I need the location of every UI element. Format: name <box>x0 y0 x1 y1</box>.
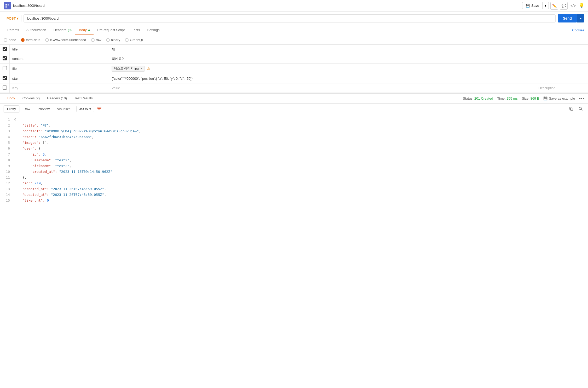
raw-label: raw <box>96 38 101 42</box>
key-cell: content <box>10 54 109 64</box>
file-name: 테스트 이미지.jpg <box>114 66 139 71</box>
json-line-14: 14 "updated_at": "2023-11-26T07:45:59.05… <box>4 192 584 198</box>
placeholder-checkbox[interactable] <box>3 85 7 90</box>
headers-badge: (9) <box>68 28 72 32</box>
bulb-icon[interactable]: 💡 <box>579 3 584 9</box>
json-format-label: JSON <box>79 107 88 111</box>
more-options-button[interactable]: ••• <box>579 96 584 101</box>
top-bar-left: localhost:3000/board <box>4 2 45 9</box>
body-type-urlencoded[interactable]: x-www-form-urlencoded <box>45 38 86 42</box>
graphql-label: GraphQL <box>130 38 144 42</box>
body-type-none[interactable]: none <box>4 38 16 42</box>
save-floppy-icon: 💾 <box>543 96 547 100</box>
svg-rect-1 <box>8 4 9 5</box>
json-line-15: 15 "like_cnt": 0 <box>4 198 584 203</box>
json-line-5: 5 "images": [], <box>4 140 584 146</box>
none-radio[interactable] <box>4 38 7 42</box>
save-button-wrapper[interactable]: 💾 Save ▾ <box>522 2 549 9</box>
value-cell: 제 <box>109 45 536 54</box>
method-select[interactable]: POST ▾ <box>4 15 21 22</box>
code-icon-button[interactable]: </> <box>569 2 577 10</box>
response-tab-cookies[interactable]: Cookies (2) <box>19 94 43 103</box>
tab-body[interactable]: Body <box>75 25 94 35</box>
row3-checkbox[interactable] <box>3 66 7 70</box>
key-placeholder: Key <box>12 86 18 90</box>
app-icon <box>4 2 11 9</box>
none-label: none <box>9 38 16 42</box>
json-viewer: 1 { 2 "title": "제", 3 "content": "utR9Oh… <box>0 114 588 203</box>
save-dropdown-button[interactable]: ▾ <box>542 2 549 9</box>
file-remove-icon[interactable]: ✕ <box>140 67 142 70</box>
form-data-label: form-data <box>26 38 41 42</box>
json-line-2: 2 "title": "제", <box>4 123 584 128</box>
tab-tests[interactable]: Tests <box>128 25 143 35</box>
sub-right-icons <box>568 105 584 112</box>
svg-rect-2 <box>5 6 7 8</box>
url-input[interactable] <box>24 14 555 22</box>
sub-tab-visualize[interactable]: Visualize <box>54 106 74 112</box>
row1-checkbox[interactable] <box>3 47 7 51</box>
json-line-11: 11 }, <box>4 175 584 180</box>
body-type-form-data[interactable]: form-data <box>21 38 41 42</box>
response-tab-headers[interactable]: Headers (10) <box>43 94 71 103</box>
json-format-chevron: ▾ <box>89 107 91 111</box>
desc-cell <box>536 64 588 74</box>
body-type-graphql[interactable]: GraphQL <box>125 38 144 42</box>
url-bar: POST ▾ Send ▾ <box>0 12 588 25</box>
form-data-table-section: title 제 content 되네요? <box>0 45 588 93</box>
comment-icon-button[interactable]: 💬 <box>560 2 568 10</box>
svg-rect-6 <box>570 108 573 110</box>
send-dropdown-button[interactable]: ▾ <box>577 14 584 22</box>
copy-button[interactable] <box>568 105 575 112</box>
form-data-radio[interactable] <box>21 38 25 42</box>
json-format-select[interactable]: JSON ▾ <box>76 106 94 112</box>
row2-checkbox[interactable] <box>3 56 7 60</box>
edit-icon-button[interactable]: ✏️ <box>550 2 558 10</box>
table-row: title 제 <box>0 45 588 54</box>
response-tab-test-results[interactable]: Test Results <box>71 94 96 103</box>
body-type-binary[interactable]: binary <box>106 38 120 42</box>
response-tabs: Body Cookies (2) Headers (10) Test Resul… <box>0 94 588 104</box>
desc-placeholder-cell: Description <box>536 83 588 93</box>
json-line-13: 13 "created_at": "2023-11-26T07:45:59.05… <box>4 186 584 192</box>
save-label: Save <box>531 4 539 8</box>
response-time: Time: 255 ms <box>497 96 518 100</box>
tab-params[interactable]: Params <box>4 25 23 35</box>
row1-value: 제 <box>112 47 115 51</box>
graphql-radio[interactable] <box>125 38 129 42</box>
response-tab-body[interactable]: Body <box>4 94 19 103</box>
cookies-link[interactable]: Cookies <box>572 28 584 32</box>
raw-radio[interactable] <box>91 38 95 42</box>
filter-icon[interactable] <box>97 107 101 111</box>
sub-tab-pretty[interactable]: Pretty <box>4 105 19 112</box>
json-line-12: 12 "id": 219, <box>4 180 584 186</box>
urlencoded-radio[interactable] <box>45 38 49 42</box>
response-status: Status: 201 Created <box>463 96 493 100</box>
value-cell: 테스트 이미지.jpg ✕ ⚠ <box>109 64 536 74</box>
tab-settings[interactable]: Settings <box>143 25 163 35</box>
row4-value: {"color":"#000000", "position":{ "x": 50… <box>112 77 193 81</box>
check-cell <box>0 54 10 64</box>
search-button[interactable] <box>577 105 584 112</box>
sub-tab-preview[interactable]: Preview <box>34 106 53 112</box>
time-label: Time: <box>497 96 507 100</box>
body-type-selector: none form-data x-www-form-urlencoded raw… <box>0 35 588 45</box>
save-button[interactable]: 💾 Save <box>522 2 542 9</box>
form-data-table: title 제 content 되네요? <box>0 45 588 93</box>
binary-radio[interactable] <box>106 38 110 42</box>
send-button[interactable]: Send <box>558 14 577 22</box>
value-cell: 되네요? <box>109 54 536 64</box>
key-cell: title <box>10 45 109 54</box>
tab-headers[interactable]: Headers (9) <box>50 25 75 35</box>
save-as-example-button[interactable]: 💾 Save as example <box>543 96 575 100</box>
tab-pre-request[interactable]: Pre-request Script <box>94 25 128 35</box>
send-wrapper: Send ▾ <box>558 14 584 22</box>
table-row: content 되네요? <box>0 54 588 64</box>
warning-icon: ⚠ <box>147 66 150 70</box>
body-type-raw[interactable]: raw <box>91 38 101 42</box>
row4-key: star <box>12 77 18 81</box>
sub-tab-raw[interactable]: Raw <box>20 106 33 112</box>
row4-checkbox[interactable] <box>3 76 7 80</box>
binary-label: binary <box>111 38 120 42</box>
tab-authorization[interactable]: Authorization <box>23 25 50 35</box>
